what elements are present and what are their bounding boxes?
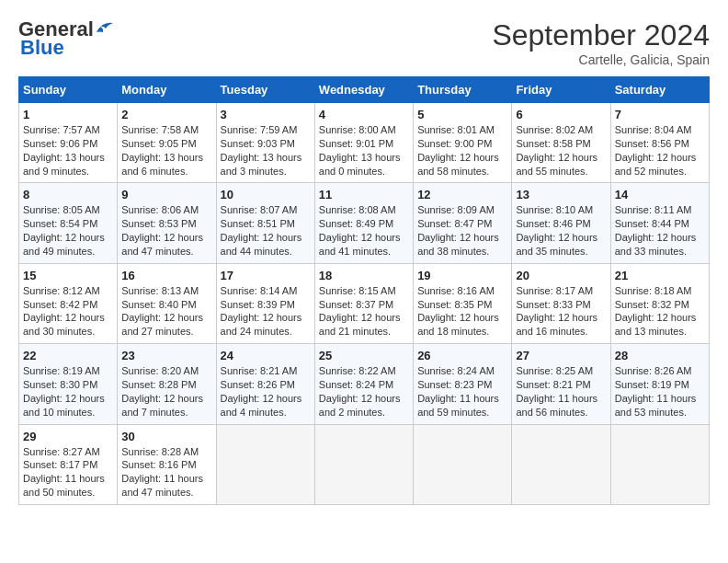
calendar-cell: 24Sunrise: 8:21 AMSunset: 8:26 PMDayligh… — [216, 344, 314, 424]
header: General Blue September 2024 Cartelle, Ga… — [18, 18, 710, 67]
calendar-cell: 10Sunrise: 8:07 AMSunset: 8:51 PMDayligh… — [216, 183, 314, 263]
day-number: 3 — [221, 108, 311, 121]
day-number: 24 — [221, 349, 311, 362]
day-info: Sunrise: 8:25 AMSunset: 8:21 PMDaylight:… — [516, 364, 606, 419]
calendar-header-row: Sunday Monday Tuesday Wednesday Thursday… — [19, 77, 710, 103]
day-info: Sunrise: 8:16 AMSunset: 8:35 PMDaylight:… — [417, 284, 507, 339]
calendar-cell: 7Sunrise: 8:04 AMSunset: 8:56 PMDaylight… — [610, 103, 709, 183]
day-number: 23 — [121, 349, 211, 362]
day-number: 11 — [319, 188, 409, 201]
day-info: Sunrise: 8:05 AMSunset: 8:54 PMDaylight:… — [23, 203, 113, 258]
day-number: 19 — [417, 269, 507, 282]
calendar-row-0: 1Sunrise: 7:57 AMSunset: 9:06 PMDaylight… — [19, 103, 710, 183]
day-number: 1 — [23, 108, 113, 121]
calendar-cell: 11Sunrise: 8:08 AMSunset: 8:49 PMDayligh… — [314, 183, 413, 263]
day-number: 10 — [221, 188, 311, 201]
day-number: 16 — [121, 269, 211, 282]
day-number: 9 — [121, 188, 211, 201]
calendar-table: Sunday Monday Tuesday Wednesday Thursday… — [18, 76, 710, 505]
logo-blue-text: Blue — [20, 37, 64, 59]
calendar-row-1: 8Sunrise: 8:05 AMSunset: 8:54 PMDaylight… — [19, 183, 710, 263]
calendar-cell: 4Sunrise: 8:00 AMSunset: 9:01 PMDaylight… — [314, 103, 413, 183]
calendar-cell — [216, 424, 314, 504]
logo: General Blue — [18, 18, 115, 59]
day-info: Sunrise: 8:11 AMSunset: 8:44 PMDaylight:… — [615, 203, 705, 258]
calendar-cell: 17Sunrise: 8:14 AMSunset: 8:39 PMDayligh… — [216, 263, 314, 343]
day-info: Sunrise: 8:04 AMSunset: 8:56 PMDaylight:… — [615, 123, 705, 178]
calendar-cell: 16Sunrise: 8:13 AMSunset: 8:40 PMDayligh… — [118, 263, 216, 343]
day-info: Sunrise: 7:59 AMSunset: 9:03 PMDaylight:… — [221, 123, 311, 178]
day-number: 21 — [615, 269, 705, 282]
col-sunday: Sunday — [19, 77, 118, 103]
day-number: 30 — [121, 430, 211, 443]
col-friday: Friday — [512, 77, 610, 103]
day-number: 4 — [319, 108, 409, 121]
day-number: 20 — [516, 269, 606, 282]
calendar-cell: 25Sunrise: 8:22 AMSunset: 8:24 PMDayligh… — [314, 344, 413, 424]
calendar-cell: 6Sunrise: 8:02 AMSunset: 8:58 PMDaylight… — [512, 103, 610, 183]
day-info: Sunrise: 8:26 AMSunset: 8:19 PMDaylight:… — [615, 364, 705, 419]
col-tuesday: Tuesday — [216, 77, 314, 103]
calendar-cell: 29Sunrise: 8:27 AMSunset: 8:17 PMDayligh… — [19, 424, 118, 504]
day-info: Sunrise: 8:13 AMSunset: 8:40 PMDaylight:… — [121, 284, 211, 339]
day-info: Sunrise: 8:22 AMSunset: 8:24 PMDaylight:… — [319, 364, 409, 419]
col-thursday: Thursday — [414, 77, 512, 103]
day-info: Sunrise: 8:18 AMSunset: 8:32 PMDaylight:… — [615, 284, 705, 339]
day-number: 28 — [615, 349, 705, 362]
calendar-cell — [314, 424, 413, 504]
day-info: Sunrise: 8:15 AMSunset: 8:37 PMDaylight:… — [319, 284, 409, 339]
calendar-cell: 28Sunrise: 8:26 AMSunset: 8:19 PMDayligh… — [610, 344, 709, 424]
day-info: Sunrise: 8:10 AMSunset: 8:46 PMDaylight:… — [516, 203, 606, 258]
day-info: Sunrise: 8:28 AMSunset: 8:16 PMDaylight:… — [121, 445, 211, 500]
day-number: 18 — [319, 269, 409, 282]
day-info: Sunrise: 8:27 AMSunset: 8:17 PMDaylight:… — [23, 445, 113, 500]
col-wednesday: Wednesday — [314, 77, 413, 103]
day-number: 5 — [417, 108, 507, 121]
calendar-cell — [610, 424, 709, 504]
title-area: September 2024 Cartelle, Galicia, Spain — [492, 18, 710, 67]
day-info: Sunrise: 8:07 AMSunset: 8:51 PMDaylight:… — [221, 203, 311, 258]
day-info: Sunrise: 8:02 AMSunset: 8:58 PMDaylight:… — [516, 123, 606, 178]
calendar-cell: 21Sunrise: 8:18 AMSunset: 8:32 PMDayligh… — [610, 263, 709, 343]
day-number: 8 — [23, 188, 113, 201]
calendar-cell — [414, 424, 512, 504]
calendar-cell: 14Sunrise: 8:11 AMSunset: 8:44 PMDayligh… — [610, 183, 709, 263]
day-number: 15 — [23, 269, 113, 282]
day-number: 7 — [615, 108, 705, 121]
day-info: Sunrise: 7:57 AMSunset: 9:06 PMDaylight:… — [23, 123, 113, 178]
calendar-cell: 20Sunrise: 8:17 AMSunset: 8:33 PMDayligh… — [512, 263, 610, 343]
calendar-row-3: 22Sunrise: 8:19 AMSunset: 8:30 PMDayligh… — [19, 344, 710, 424]
day-info: Sunrise: 8:00 AMSunset: 9:01 PMDaylight:… — [319, 123, 409, 178]
calendar-cell: 23Sunrise: 8:20 AMSunset: 8:28 PMDayligh… — [118, 344, 216, 424]
logo-bird-icon — [95, 19, 115, 36]
page-container: General Blue September 2024 Cartelle, Ga… — [18, 18, 710, 505]
day-number: 14 — [615, 188, 705, 201]
day-info: Sunrise: 8:14 AMSunset: 8:39 PMDaylight:… — [221, 284, 311, 339]
calendar-cell: 27Sunrise: 8:25 AMSunset: 8:21 PMDayligh… — [512, 344, 610, 424]
calendar-cell: 26Sunrise: 8:24 AMSunset: 8:23 PMDayligh… — [414, 344, 512, 424]
calendar-cell: 18Sunrise: 8:15 AMSunset: 8:37 PMDayligh… — [314, 263, 413, 343]
month-title: September 2024 — [492, 18, 710, 52]
calendar-cell: 9Sunrise: 8:06 AMSunset: 8:53 PMDaylight… — [118, 183, 216, 263]
day-info: Sunrise: 7:58 AMSunset: 9:05 PMDaylight:… — [121, 123, 211, 178]
calendar-row-4: 29Sunrise: 8:27 AMSunset: 8:17 PMDayligh… — [19, 424, 710, 504]
calendar-cell: 1Sunrise: 7:57 AMSunset: 9:06 PMDaylight… — [19, 103, 118, 183]
calendar-cell: 22Sunrise: 8:19 AMSunset: 8:30 PMDayligh… — [19, 344, 118, 424]
calendar-cell: 12Sunrise: 8:09 AMSunset: 8:47 PMDayligh… — [414, 183, 512, 263]
day-info: Sunrise: 8:01 AMSunset: 9:00 PMDaylight:… — [417, 123, 507, 178]
day-number: 13 — [516, 188, 606, 201]
day-number: 6 — [516, 108, 606, 121]
calendar-cell: 13Sunrise: 8:10 AMSunset: 8:46 PMDayligh… — [512, 183, 610, 263]
day-info: Sunrise: 8:21 AMSunset: 8:26 PMDaylight:… — [221, 364, 311, 419]
day-info: Sunrise: 8:08 AMSunset: 8:49 PMDaylight:… — [319, 203, 409, 258]
day-info: Sunrise: 8:12 AMSunset: 8:42 PMDaylight:… — [23, 284, 113, 339]
day-number: 25 — [319, 349, 409, 362]
day-info: Sunrise: 8:17 AMSunset: 8:33 PMDaylight:… — [516, 284, 606, 339]
day-info: Sunrise: 8:19 AMSunset: 8:30 PMDaylight:… — [23, 364, 113, 419]
col-saturday: Saturday — [610, 77, 709, 103]
day-info: Sunrise: 8:09 AMSunset: 8:47 PMDaylight:… — [417, 203, 507, 258]
location: Cartelle, Galicia, Spain — [492, 52, 710, 67]
day-number: 17 — [221, 269, 311, 282]
calendar-cell: 30Sunrise: 8:28 AMSunset: 8:16 PMDayligh… — [118, 424, 216, 504]
calendar-cell: 3Sunrise: 7:59 AMSunset: 9:03 PMDaylight… — [216, 103, 314, 183]
